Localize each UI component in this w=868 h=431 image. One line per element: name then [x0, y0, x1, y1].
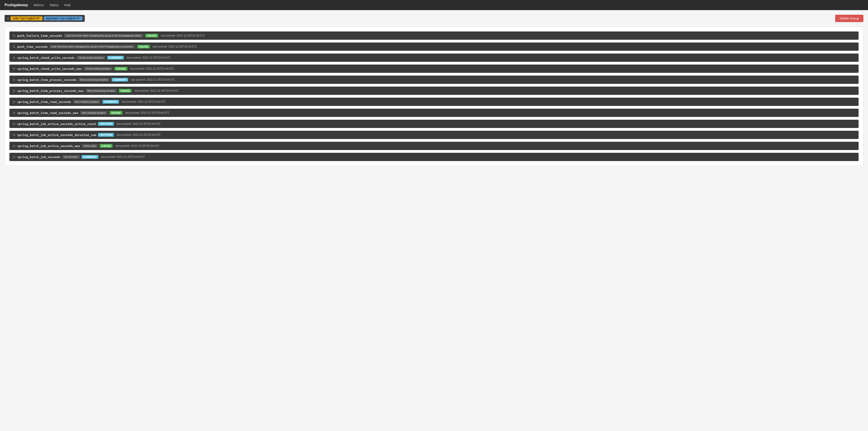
metric-name: spring_batch_job_active_seconds_active_c… — [17, 122, 96, 126]
nav-status[interactable]: Status — [50, 3, 59, 7]
metric-last-pushed: last pushed: 2022-12-26T23:44:07Z — [101, 155, 145, 159]
metric-name: spring_batch_job_active_seconds_duration… — [17, 133, 96, 137]
metric-description: Chunk writing duration — [84, 67, 113, 70]
metric-last-pushed: last pushed: 2022-12-26T23:44:07Z — [115, 144, 159, 147]
metric-name: spring_batch_job_active_seconds_max — [17, 144, 80, 148]
nav-metrics[interactable]: Metrics — [33, 3, 44, 7]
help-icon[interactable]: ⊙ — [12, 155, 16, 159]
metrics-container: ⊙push_failure_time_secondsLast Unix time… — [5, 27, 863, 166]
metric-type-badge: UNTYPED — [98, 122, 114, 126]
main-content: ⊙ job="springbatch" appname="springbatch… — [0, 10, 868, 170]
metric-row: ⊙spring_batch_item_process_secondsItem p… — [9, 76, 859, 84]
help-icon[interactable]: ⊙ — [12, 78, 16, 82]
metric-last-pushed: last pushed: 2022-12-26T23:44:07Z — [117, 122, 160, 125]
metric-name: spring_batch_chunk_write_seconds — [17, 56, 74, 59]
metric-description: Item reading duration — [80, 111, 108, 115]
metric-description: Job duration — [62, 155, 80, 159]
metric-name: spring_batch_item_process_seconds_max — [17, 89, 84, 93]
help-icon[interactable]: ⊙ — [12, 133, 16, 137]
metric-type-badge: GAUGE — [114, 67, 127, 70]
metric-last-pushed: last pushed: 2022-12-26T23:44:07Z — [130, 67, 174, 70]
metric-row: ⊙spring_batch_job_active_seconds_active_… — [9, 120, 859, 128]
metric-description: Active jobs — [82, 144, 98, 148]
appname-tag[interactable]: appname="springbatch" — [44, 16, 83, 21]
metric-row: ⊙push_time_secondsLast Unix time when ch… — [9, 42, 859, 51]
metric-row: ⊙spring_batch_item_read_seconds_maxItem … — [9, 109, 859, 117]
help-icon[interactable]: ⊙ — [12, 67, 16, 70]
brand: Pushgateway — [5, 3, 28, 7]
metric-name: push_time_seconds — [17, 45, 48, 49]
metric-description: Chunk writing duration — [76, 56, 105, 59]
metric-type-badge: SUMMARY — [102, 100, 119, 104]
metric-last-pushed: last pushed: 2022-12-26T23:44:07Z — [134, 89, 178, 92]
job-tag[interactable]: job="springbatch" — [10, 16, 42, 21]
metric-row: ⊙spring_batch_item_process_seconds_maxIt… — [9, 87, 859, 95]
metric-last-pushed: last pushed: 2022-12-26T23:44:07Z — [117, 133, 160, 137]
metric-type-badge: SUMMARY — [112, 78, 128, 82]
metric-last-pushed: last pushed: 2022-12-26T23:44:07Z — [131, 78, 175, 81]
filter-tags: ⊙ job="springbatch" appname="springbatch… — [5, 15, 85, 22]
navbar: Pushgateway Metrics Status Help — [0, 0, 868, 10]
metric-last-pushed: last pushed: 2022-12-26T23:44:07Z — [122, 100, 165, 104]
filter-icon: ⊙ — [7, 17, 9, 20]
metric-row: ⊙spring_batch_chunk_write_secondsChunk w… — [9, 54, 859, 62]
metric-type-badge: GAUGE — [110, 111, 122, 115]
help-icon[interactable]: ⊙ — [12, 34, 16, 37]
metric-description: Item processing duration — [78, 78, 110, 82]
help-icon[interactable]: ⊙ — [12, 144, 16, 148]
metric-row: ⊙spring_batch_job_secondsJob durationSUM… — [9, 153, 859, 161]
metric-type-badge: SUMMARY — [82, 155, 98, 159]
filter-bar: ⊙ job="springbatch" appname="springbatch… — [5, 15, 863, 22]
help-icon[interactable]: ⊙ — [12, 45, 16, 49]
metric-row: ⊙spring_batch_chunk_write_seconds_maxChu… — [9, 64, 859, 73]
help-icon[interactable]: ⊙ — [12, 111, 16, 115]
metric-row: ⊙spring_batch_item_read_secondsItem read… — [9, 98, 859, 106]
metric-description: Item processing duration — [86, 89, 117, 93]
metric-type-badge: GAUGE — [145, 34, 158, 37]
metric-last-pushed: last pushed: 2022-12-26T23:44:07Z — [126, 56, 170, 59]
metric-name: spring_batch_item_read_seconds_max — [17, 111, 78, 115]
metric-type-badge: UNTYPED — [98, 133, 114, 137]
metric-name: spring_batch_chunk_write_seconds_max — [17, 67, 82, 70]
metric-description: Item reading duration — [73, 100, 100, 104]
metric-name: spring_batch_item_process_seconds — [17, 78, 76, 82]
metric-last-pushed: last pushed: 2022-12-26T23:44:07Z — [125, 111, 169, 114]
metric-name: spring_batch_item_read_seconds — [17, 100, 71, 104]
metric-name: push_failure_time_seconds — [17, 34, 62, 37]
help-icon[interactable]: ⊙ — [12, 122, 16, 126]
help-icon[interactable]: ⊙ — [12, 89, 16, 93]
metric-type-badge: SUMMARY — [107, 56, 124, 59]
metric-description: Last Unix time when changing this group … — [50, 45, 135, 49]
metric-type-badge: GAUGE — [100, 144, 113, 148]
metric-description: Last Unix time when changing this group … — [64, 34, 144, 37]
nav-help[interactable]: Help — [64, 3, 71, 7]
metric-last-pushed: last pushed: 2022-12-26T23:35:27Z — [161, 34, 205, 37]
help-icon[interactable]: ⊙ — [12, 100, 16, 104]
metric-type-badge: GAUGE — [119, 89, 131, 93]
help-icon[interactable]: ⊙ — [12, 56, 16, 59]
metric-type-badge: GAUGE — [137, 45, 150, 49]
metric-name: spring_batch_job_seconds — [17, 155, 60, 159]
delete-group-button[interactable]: Delete Group — [835, 15, 863, 22]
metric-row: ⊙spring_batch_job_active_seconds_maxActi… — [9, 142, 859, 150]
metric-last-pushed: last pushed: 2022-12-26T23:44:07Z — [153, 45, 196, 48]
metric-row: ⊙spring_batch_job_active_seconds_duratio… — [9, 131, 859, 139]
metric-row: ⊙push_failure_time_secondsLast Unix time… — [9, 31, 859, 40]
